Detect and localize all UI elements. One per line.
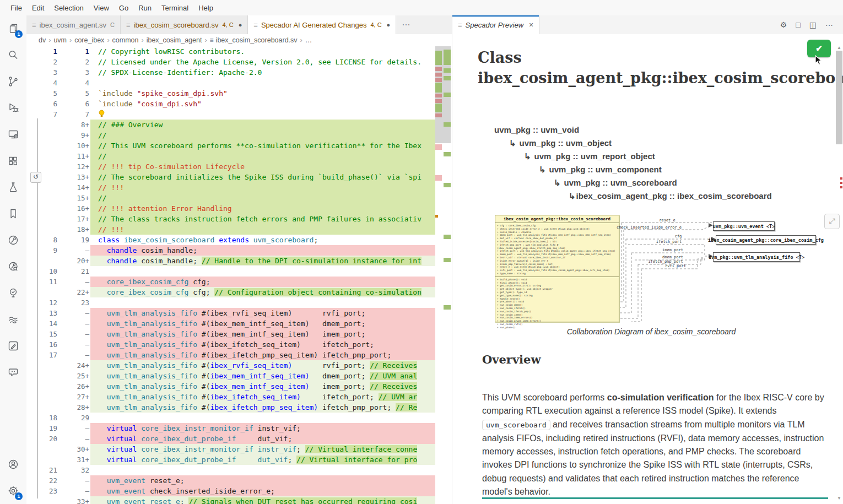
code-line[interactable]: 9+// [26, 130, 435, 140]
search-icon[interactable] [0, 42, 26, 68]
preview-scrollbar[interactable]: ▲ ▼ [835, 34, 843, 504]
settings-gear-icon[interactable]: 1 [0, 478, 26, 504]
code-line[interactable]: 18+// !!! [26, 224, 435, 235]
hierarchy-item[interactable]: ↳uvm_pkg :: uvm_component [494, 163, 772, 176]
scroll-down-icon[interactable]: ▼ [835, 496, 843, 501]
close-icon[interactable]: × [529, 20, 533, 29]
code-line[interactable]: 20+ chandle cosim_handle; // Handle to t… [26, 256, 435, 266]
breadcrumb-segment[interactable]: dv [39, 36, 46, 44]
code-line[interactable]: 12+// !!! tip Co-simulation Lifecycle [26, 161, 435, 172]
hierarchy-item[interactable]: ↳ibex_cosim_agent_pkg :: ibex_cosim_scor… [494, 189, 772, 203]
hierarchy-item[interactable]: ↳uvm_pkg :: uvm_scoreboard [494, 176, 772, 189]
tab-specador-preview[interactable]: ≡Specador Preview× [452, 15, 539, 34]
code-line[interactable]: 20– virtual core_ibex_dut_probe_if dut_v… [26, 433, 435, 444]
code-line[interactable]: 11– core_ibex_cosim_cfg cfg; [26, 277, 435, 287]
code-line[interactable]: 31+ virtual core_ibex_dut_probe_if dut_v… [26, 454, 435, 465]
code-line[interactable]: 10+// This UVM scoreboard performs **co-… [26, 140, 435, 151]
code-line[interactable]: 1829 [26, 413, 435, 423]
hierarchy-item[interactable]: ↳uvm_pkg :: uvm_report_object [494, 150, 772, 163]
menu-item-file[interactable]: File [6, 2, 27, 14]
code-line[interactable]: 66`include "cosim_dpi.svh" [26, 99, 435, 109]
code-line[interactable]: 819class ibex_cosim_scoreboard extends u… [26, 235, 435, 245]
uml-class-box[interactable]: ibex_cosim_agent_pkg::ibex_cosim_scorebo… [495, 215, 619, 322]
code-line[interactable]: 17+// The class tracks instruction fetch… [26, 214, 435, 224]
scroll-up-icon[interactable]: ▲ [835, 45, 843, 50]
code-line[interactable]: 22+ core_ibex_cosim_cfg cfg; // Configur… [26, 287, 435, 297]
code-line[interactable]: 24+ uvm_tlm_analysis_fifo #(ibex_rvfi_se… [26, 360, 435, 371]
hierarchy-item[interactable]: ↳uvm_pkg :: uvm_object [494, 137, 772, 150]
code-line[interactable]: 2132 [26, 465, 435, 475]
breadcrumb-segment[interactable]: ibex_cosim_scoreboard.sv [216, 36, 298, 44]
menu-item-selection[interactable]: Selection [49, 2, 88, 14]
revert-change-button[interactable]: ↺ [30, 172, 41, 183]
menu-item-view[interactable]: View [89, 2, 114, 14]
diff-editor[interactable]: 11// Copyright lowRISC contributors.22//… [26, 46, 452, 504]
breadcrumb-segment[interactable]: … [305, 36, 312, 44]
remote-explorer-icon[interactable] [0, 121, 26, 148]
code-line[interactable]: 77 [26, 109, 435, 120]
settings-gear-icon[interactable]: ⚙ [776, 19, 792, 31]
run-graph-icon[interactable] [0, 227, 26, 253]
restore-editor-icon[interactable]: □ [791, 19, 804, 31]
code-line[interactable]: 33// SPDX-License-Identifier: Apache-2.0 [26, 67, 435, 78]
code-line[interactable]: 22// Licensed under the Apache License, … [26, 57, 435, 67]
code-line[interactable]: 16+// !!! attention Error Handling [26, 203, 435, 214]
lightbulb-icon[interactable] [98, 110, 105, 118]
tab-3[interactable]: ≡Specador AI Generated Changes4, C● [248, 15, 396, 34]
breadcrumb-segment[interactable]: core_ibex [74, 36, 104, 44]
testing-beaker-icon[interactable] [0, 174, 26, 200]
waves-icon[interactable] [0, 306, 26, 333]
breadcrumb[interactable]: dv›uvm›core_ibex›common›ibex_cosim_agent… [26, 34, 464, 46]
scrollbar-thumb[interactable] [836, 51, 842, 144]
code-line[interactable]: 19– virtual core_ibex_instr_monitor_if i… [26, 423, 435, 433]
account-icon[interactable] [0, 451, 26, 478]
uml-target-core-ibex-cosim-cfg[interactable]: ibex_cosim_agent_pkg::core_ibex_cosim_cf… [716, 235, 816, 245]
more-actions-icon[interactable]: ··· [821, 19, 837, 31]
hierarchy-item[interactable]: uvm_pkg :: uvm_void [494, 123, 772, 137]
breadcrumb-segment[interactable]: ibex_cosim_agent [147, 36, 202, 44]
menu-item-terminal[interactable]: Terminal [156, 2, 193, 14]
uml-target-uvm-event[interactable]: uvm_pkg::uvm_event <T> [713, 221, 775, 231]
code-line[interactable]: 17– uvm_tlm_analysis_fifo #(ibex_ifetch_… [26, 350, 435, 360]
menu-item-help[interactable]: Help [193, 2, 218, 14]
bookmarks-icon[interactable] [0, 200, 26, 227]
chat-icon[interactable] [0, 359, 26, 386]
code-line[interactable]: 55`include "spike_cosim_dpi.svh" [26, 88, 435, 99]
code-line[interactable]: 9– chandle cosim_handle; [26, 245, 435, 256]
code-line[interactable]: 25+ uvm_tlm_analysis_fifo #(ibex_mem_int… [26, 371, 435, 381]
tab-2[interactable]: ≡ibex_cosim_scoreboard.sv4, C● [121, 15, 248, 34]
source-control-icon[interactable] [0, 68, 26, 95]
diff-overview-ruler[interactable] [435, 46, 451, 504]
code-line[interactable]: 15– uvm_tlm_analysis_fifo #(ibex_mem_int… [26, 329, 435, 339]
code-line[interactable]: 26+ uvm_tlm_analysis_fifo #(ibex_mem_int… [26, 381, 435, 392]
code-line[interactable]: 11// Copyright lowRISC contributors. [26, 46, 435, 57]
split-editor-icon[interactable]: ◫ [805, 19, 821, 31]
code-line[interactable]: 14+// !!! [26, 182, 435, 193]
notes-pencil-icon[interactable] [0, 333, 26, 359]
run-debug-icon[interactable] [0, 95, 26, 121]
code-line[interactable]: 44 [26, 78, 435, 88]
code-line[interactable]: 30+ virtual core_ibex_instr_monitor_if i… [26, 444, 435, 454]
code-line[interactable]: 23– uvm_event check_inserted_iside_error… [26, 486, 435, 496]
code-line[interactable]: 13+// The scoreboard initializes the Spi… [26, 172, 435, 182]
menu-item-go[interactable]: Go [114, 2, 133, 14]
uml-target-uvm-tlm-analysis-fifo[interactable]: uvm_pkg::uvm_tlm_analysis_fifo <T> [713, 252, 800, 262]
code-line[interactable]: 15+// [26, 193, 435, 203]
code-line[interactable]: 33+ uvm_event reset_e; // Signals when D… [26, 496, 435, 504]
code-line[interactable]: 1021 [26, 266, 435, 277]
menu-item-run[interactable]: Run [133, 2, 156, 14]
code-line[interactable]: 14– uvm_tlm_analysis_fifo #(ibex_mem_int… [26, 318, 435, 329]
tab-1[interactable]: ≡ibex_cosim_agent.svC [26, 15, 121, 34]
code-review-icon[interactable] [0, 253, 26, 280]
tree-check-icon[interactable] [0, 280, 26, 306]
breadcrumb-segment[interactable]: uvm [53, 36, 67, 44]
menu-item-edit[interactable]: Edit [27, 2, 49, 14]
extensions-icon[interactable] [0, 148, 26, 174]
code-line[interactable]: 28+ uvm_tlm_analysis_fifo #(ibex_ifetch_… [26, 402, 435, 413]
code-line[interactable]: 1223 [26, 297, 435, 308]
code-line[interactable]: 11+// [26, 151, 435, 161]
code-line[interactable]: 16– uvm_tlm_analysis_fifo #(ibex_ifetch_… [26, 339, 435, 350]
breadcrumb-segment[interactable]: common [112, 36, 139, 44]
more-tabs-icon[interactable]: ⋯ [396, 15, 415, 34]
code-line[interactable]: 8+// ### Overview [26, 120, 435, 130]
